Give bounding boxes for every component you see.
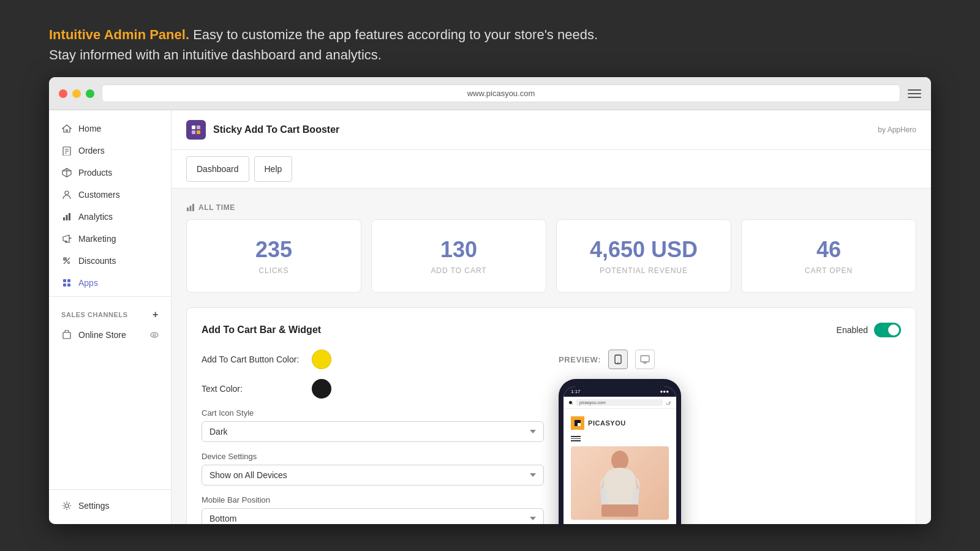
- minimize-button[interactable]: [72, 89, 81, 98]
- heading-line2: Stay informed with an intuitive dashboar…: [49, 45, 931, 65]
- phone-screen: 1:17 ●●● picasyou.com: [564, 386, 676, 524]
- device-settings-group: Device Settings Show on All Devices Mobi…: [202, 452, 544, 485]
- main-content: Sticky Add To Cart Booster by AppHero Da…: [172, 110, 931, 524]
- online-store-icon: [61, 329, 72, 340]
- stat-card-add-to-cart: 130 ADD TO CART: [371, 219, 546, 293]
- svg-point-20: [65, 504, 69, 508]
- sidebar-home-label: Home: [78, 124, 101, 133]
- stat-value-clicks: 235: [199, 237, 349, 263]
- settings-icon: [61, 500, 72, 511]
- phone-search-icon: [568, 400, 573, 405]
- sidebar-item-products[interactable]: Products: [49, 162, 171, 184]
- svg-rect-9: [69, 213, 70, 220]
- svg-rect-30: [641, 356, 649, 362]
- products-icon: [61, 167, 72, 178]
- widget-body: Add To Cart Button Color: Text Color: Ca…: [202, 350, 901, 524]
- sidebar-item-discounts[interactable]: Discounts: [49, 250, 171, 272]
- sidebar-item-home[interactable]: Home: [49, 118, 171, 140]
- cart-icon-style-select[interactable]: Dark Light Outline: [202, 421, 544, 442]
- by-apphero-label: by AppHero: [878, 126, 916, 134]
- stats-grid: 235 CLICKS 130 ADD TO CART 4,650 USD POT…: [186, 219, 916, 293]
- browser-window: www.picasyou.com Home: [49, 77, 931, 524]
- tab-dashboard[interactable]: Dashboard: [186, 156, 249, 182]
- cart-icon-style-group: Cart Icon Style Dark Light Outline: [202, 408, 544, 442]
- sidebar-item-analytics[interactable]: Analytics: [49, 206, 171, 228]
- sidebar-analytics-label: Analytics: [78, 212, 113, 222]
- settings-label: Settings: [78, 501, 110, 511]
- stat-card-cart-open: 46 CART OPEN: [741, 219, 916, 293]
- preview-desktop-btn[interactable]: [635, 350, 655, 369]
- device-settings-label: Device Settings: [202, 452, 544, 461]
- eye-icon[interactable]: [150, 331, 159, 339]
- sales-channels-section: SALES CHANNELS +: [49, 299, 171, 324]
- app-title-row: Sticky Add To Cart Booster: [186, 120, 339, 140]
- widget-section: Add To Cart Bar & Widget Enabled Add To …: [186, 307, 916, 524]
- svg-rect-21: [192, 126, 195, 129]
- browser-menu-icon[interactable]: [908, 89, 921, 98]
- content-area: ALL TIME 235 CLICKS 130 ADD TO CART 4,65…: [172, 189, 931, 524]
- device-settings-select[interactable]: Show on All Devices Mobile Only Desktop …: [202, 465, 544, 485]
- stat-label-cart-open: CART OPEN: [754, 266, 903, 275]
- stat-label-clicks: CLICKS: [199, 266, 349, 275]
- phone-logo-box: [571, 416, 584, 430]
- enabled-toggle[interactable]: [874, 323, 901, 337]
- stat-label-revenue: POTENTIAL REVENUE: [569, 266, 718, 275]
- svg-rect-23: [192, 130, 195, 134]
- maximize-button[interactable]: [86, 89, 94, 98]
- product-person-svg: [595, 449, 644, 517]
- heading-regular: Easy to customize the app features accor…: [193, 27, 598, 42]
- top-description: Intuitive Admin Panel. Easy to customize…: [0, 0, 980, 77]
- button-color-label: Add To Cart Button Color:: [202, 354, 312, 364]
- phone-logo-text: PICASYOU: [588, 419, 626, 427]
- tab-help[interactable]: Help: [254, 156, 293, 182]
- chart-bar-icon: [186, 203, 195, 212]
- enabled-row: Enabled: [837, 323, 901, 337]
- sidebar-marketing-label: Marketing: [78, 234, 116, 244]
- svg-point-18: [151, 332, 158, 337]
- phone-browser-bar: picasyou.com: [564, 397, 676, 409]
- sidebar-item-online-store[interactable]: Online Store: [49, 324, 171, 346]
- app-body: Home Orders: [49, 110, 931, 524]
- marketing-icon: [61, 233, 72, 244]
- app-title: Sticky Add To Cart Booster: [213, 124, 339, 135]
- address-bar[interactable]: www.picasyou.com: [102, 84, 900, 102]
- sidebar-item-marketing[interactable]: Marketing: [49, 228, 171, 250]
- apps-icon: [61, 277, 72, 288]
- mobile-bar-position-select[interactable]: Bottom Top: [202, 508, 544, 524]
- sidebar-item-settings[interactable]: Settings: [49, 495, 171, 517]
- svg-point-11: [68, 262, 70, 264]
- svg-point-10: [64, 258, 66, 260]
- form-section: Add To Cart Button Color: Text Color: Ca…: [202, 350, 544, 524]
- mobile-bar-position-group: Mobile Bar Position Bottom Top: [202, 495, 544, 524]
- sidebar: Home Orders: [49, 110, 172, 524]
- phone-hamburger-menu: [571, 436, 669, 441]
- phone-status-bar: 1:17 ●●●: [564, 386, 676, 397]
- sidebar-item-orders[interactable]: Orders: [49, 140, 171, 162]
- preview-label: PREVIEW:: [559, 355, 601, 364]
- customers-icon: [61, 189, 72, 200]
- cart-icon-style-label: Cart Icon Style: [202, 408, 544, 418]
- app-header: Sticky Add To Cart Booster by AppHero: [172, 110, 931, 150]
- sidebar-item-apps[interactable]: Apps: [49, 272, 171, 294]
- widget-title: Add To Cart Bar & Widget: [202, 324, 321, 335]
- button-color-picker[interactable]: [312, 350, 331, 369]
- text-color-picker[interactable]: [312, 379, 331, 399]
- phone-mockup: 1:17 ●●● picasyou.com: [559, 379, 681, 524]
- stat-label-add-to-cart: ADD TO CART: [384, 266, 533, 275]
- svg-point-6: [65, 191, 69, 195]
- discounts-icon: [61, 255, 72, 266]
- add-sales-channel-icon[interactable]: +: [153, 309, 159, 320]
- sidebar-products-label: Products: [78, 168, 112, 178]
- preview-mobile-btn[interactable]: [608, 350, 628, 369]
- svg-rect-15: [63, 283, 66, 287]
- close-button[interactable]: [59, 89, 67, 98]
- svg-rect-7: [63, 217, 65, 220]
- analytics-icon: [61, 211, 72, 222]
- phone-content: PICASYOU: [564, 409, 676, 524]
- online-store-label: Online Store: [78, 330, 126, 340]
- sidebar-item-customers[interactable]: Customers: [49, 184, 171, 206]
- stats-period-label: ALL TIME: [198, 203, 235, 212]
- text-color-label: Text Color:: [202, 384, 312, 394]
- widget-header: Add To Cart Bar & Widget Enabled: [202, 323, 901, 337]
- svg-rect-16: [67, 283, 70, 287]
